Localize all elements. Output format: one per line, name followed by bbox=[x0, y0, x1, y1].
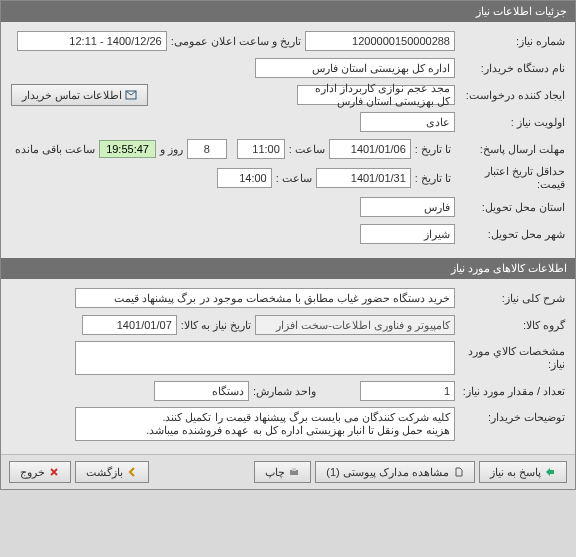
back-label: بازگشت bbox=[86, 466, 123, 479]
label-deadline: مهلت ارسال پاسخ: bbox=[455, 143, 565, 156]
field-remaining-time: 19:55:47 bbox=[99, 140, 156, 158]
respond-icon bbox=[544, 466, 556, 478]
label-unit: واحد شمارش: bbox=[249, 385, 320, 398]
field-unit: دستگاه bbox=[154, 381, 249, 401]
label-to-date-1: تا تاریخ : bbox=[411, 143, 455, 156]
need-details-window: جزئیات اطلاعات نیاز شماره نیاز: 12000001… bbox=[0, 0, 576, 490]
label-time-1: ساعت : bbox=[285, 143, 329, 156]
contact-buyer-button[interactable]: اطلاعات تماس خریدار bbox=[11, 84, 148, 106]
field-city: شیراز bbox=[360, 224, 455, 244]
label-priority: اولویت نیاز : bbox=[455, 116, 565, 129]
field-group: کامپیوتر و فناوری اطلاعات-سخت افزار bbox=[255, 315, 455, 335]
back-button[interactable]: بازگشت bbox=[75, 461, 149, 483]
field-province: فارس bbox=[360, 197, 455, 217]
field-days: 8 bbox=[187, 139, 227, 159]
field-price-valid-date: 1401/01/31 bbox=[316, 168, 411, 188]
contact-buyer-label: اطلاعات تماس خریدار bbox=[22, 89, 122, 102]
label-specs: مشخصات کالاي مورد نیاز: bbox=[455, 341, 565, 371]
label-price-valid: حداقل تاریخ اعتبار قیمت: bbox=[455, 165, 565, 191]
respond-label: پاسخ به نیاز bbox=[490, 466, 541, 479]
label-qty: تعداد / مقدار مورد نیاز: bbox=[455, 385, 565, 398]
field-price-valid-time: 14:00 bbox=[217, 168, 272, 188]
print-icon bbox=[288, 466, 300, 478]
print-label: چاپ bbox=[265, 466, 285, 479]
respond-button[interactable]: پاسخ به نیاز bbox=[479, 461, 567, 483]
label-remaining: ساعت باقی مانده bbox=[11, 143, 99, 156]
back-icon bbox=[126, 466, 138, 478]
section-header-need-info: جزئیات اطلاعات نیاز bbox=[1, 1, 575, 22]
attach-icon bbox=[452, 466, 464, 478]
field-creator: مجد عجم نوازی کاربرداز اداره کل بهزیستی … bbox=[297, 85, 455, 105]
label-desc: شرح کلی نیاز: bbox=[455, 292, 565, 305]
exit-button[interactable]: خروج bbox=[9, 461, 71, 483]
label-group: گروه کالا: bbox=[455, 319, 565, 332]
attachments-button[interactable]: مشاهده مدارک پیوستی (1) bbox=[315, 461, 475, 483]
print-button[interactable]: چاپ bbox=[254, 461, 311, 483]
field-desc: خرید دستگاه حضور غیاب مطابق با مشخصات مو… bbox=[75, 288, 455, 308]
label-need-no: شماره نیاز: bbox=[455, 35, 565, 48]
label-to-date-2: تا تاریخ : bbox=[411, 172, 455, 185]
svg-rect-2 bbox=[292, 468, 296, 471]
field-deadline-date: 1401/01/06 bbox=[329, 139, 411, 159]
field-buyer-org: اداره کل بهزیستی استان فارس bbox=[255, 58, 455, 78]
label-province: استان محل تحویل: bbox=[455, 201, 565, 214]
exit-icon bbox=[48, 466, 60, 478]
button-bar: پاسخ به نیاز مشاهده مدارک پیوستی (1) چاپ… bbox=[1, 454, 575, 489]
need-info-form: شماره نیاز: 1200000150000288 تاریخ و ساع… bbox=[1, 22, 575, 258]
exit-label: خروج bbox=[20, 466, 45, 479]
attachments-label: مشاهده مدارک پیوستی (1) bbox=[326, 466, 449, 479]
label-buyer-org: نام دستگاه خریدار: bbox=[455, 62, 565, 75]
contact-icon bbox=[125, 89, 137, 101]
field-need-no: 1200000150000288 bbox=[305, 31, 455, 51]
field-qty: 1 bbox=[360, 381, 455, 401]
field-deadline-time: 11:00 bbox=[237, 139, 285, 159]
field-announce: 1400/12/26 - 12:11 bbox=[17, 31, 167, 51]
label-city: شهر محل تحویل: bbox=[455, 228, 565, 241]
label-need-date: تاریخ نیاز به کالا: bbox=[177, 319, 255, 332]
label-creator: ایجاد کننده درخواست: bbox=[455, 89, 565, 102]
items-info-form: شرح کلی نیاز: خرید دستگاه حضور غیاب مطاب… bbox=[1, 279, 575, 454]
field-need-date: 1401/01/07 bbox=[82, 315, 177, 335]
label-days-and: روز و bbox=[156, 143, 187, 156]
label-announce: تاریخ و ساعت اعلان عمومی: bbox=[167, 35, 305, 48]
label-time-2: ساعت : bbox=[272, 172, 316, 185]
field-buyer-notes: کلیه شرکت کنندگان می بایست برگ پیشنهاد ق… bbox=[75, 407, 455, 441]
field-priority: عادی bbox=[360, 112, 455, 132]
label-buyer-notes: توضیحات خریدار: bbox=[455, 407, 565, 424]
section-header-items-info: اطلاعات کالاهای مورد نیاز bbox=[1, 258, 575, 279]
field-specs bbox=[75, 341, 455, 375]
